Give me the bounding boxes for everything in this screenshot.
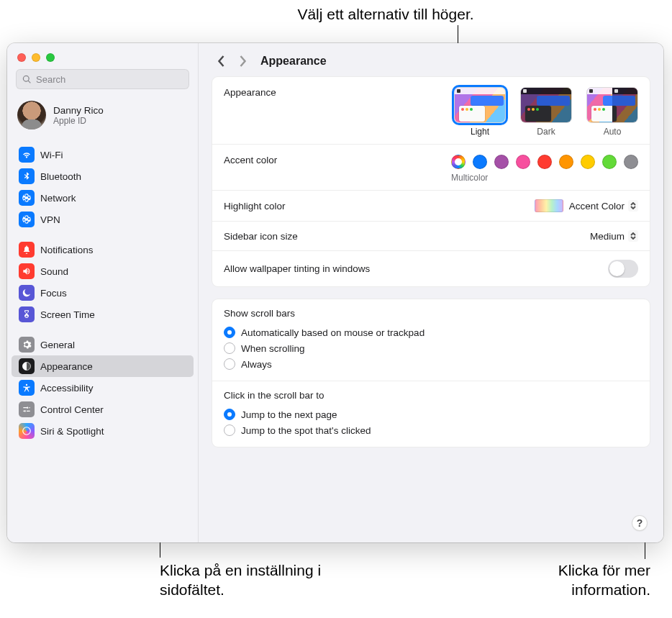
sidebar-item-appleid[interactable]: Danny Rico Apple ID <box>7 95 198 140</box>
zoom-button[interactable] <box>46 53 55 62</box>
radio-icon <box>224 327 235 338</box>
sidebar-item-label: General <box>40 340 75 350</box>
highlight-select[interactable]: Accent Color <box>569 200 638 212</box>
sidebar-scroll: Wi-FiBluetoothNetworkVPN NotificationsSo… <box>7 140 198 542</box>
minimize-button[interactable] <box>32 53 40 62</box>
scrollbars-option-label: Always <box>241 359 272 370</box>
sidebar-group-network: Wi-FiBluetoothNetworkVPN <box>7 140 198 235</box>
accent-swatch-1[interactable] <box>473 155 487 169</box>
panel-scroll: Show scroll bars Automatically based on … <box>212 299 650 447</box>
accent-swatch-7[interactable] <box>602 155 617 169</box>
accessibility-icon <box>19 380 35 396</box>
nav-back-button[interactable] <box>213 53 229 69</box>
highlight-select-value: Accent Color <box>569 201 625 212</box>
scrollbars-option-0[interactable]: Automatically based on mouse or trackpad <box>224 324 638 340</box>
window-controls <box>7 43 198 69</box>
avatar <box>17 101 46 129</box>
accent-swatch-0[interactable] <box>451 155 466 169</box>
scrollclick-option-0[interactable]: Jump to the next page <box>224 406 638 422</box>
sidebar-item-label: Network <box>40 193 76 204</box>
sidebar-item-screen-time[interactable]: Screen Time <box>12 304 194 325</box>
sidebar-item-label: Bluetooth <box>40 171 81 182</box>
user-name: Danny Rico <box>53 105 104 116</box>
globe-icon <box>19 190 35 206</box>
sliders-icon <box>19 401 35 417</box>
callout-left-line2: sidofältet. <box>160 580 321 599</box>
search-placeholder: Search <box>36 74 65 85</box>
row-tinting-label: Allow wallpaper tinting in windows <box>224 263 370 274</box>
accent-swatch-8[interactable] <box>624 155 638 169</box>
sidebar-item-vpn[interactable]: VPN <box>12 209 194 230</box>
nav-forward-button[interactable] <box>235 53 250 69</box>
callout-left: Klicka på en inställning i sidofältet. <box>160 560 321 600</box>
scrollbars-option-1[interactable]: When scrolling <box>224 340 638 356</box>
svg-point-1 <box>26 384 27 386</box>
sidebar-item-wi-fi[interactable]: Wi-Fi <box>12 144 194 165</box>
tinting-toggle[interactable] <box>608 260 638 278</box>
sidebar-item-network[interactable]: Network <box>12 187 194 209</box>
scrollclick-option-1[interactable]: Jump to the spot that's clicked <box>224 422 638 438</box>
block-scroll-click: Click in the scroll bar to Jump to the n… <box>212 381 650 447</box>
sidebar-item-label: Wi-Fi <box>40 150 63 160</box>
main-content: Appearance Appearance Light Dark <box>199 43 663 542</box>
row-appearance-label: Appearance <box>224 87 276 98</box>
sidebar-item-label: Notifications <box>40 245 94 255</box>
accent-swatch-5[interactable] <box>559 155 573 169</box>
row-accent-color: Accent color Multicolor <box>212 145 650 191</box>
gear-icon <box>19 337 35 353</box>
block-show-scrollbars: Show scroll bars Automatically based on … <box>212 299 650 381</box>
highlight-preview <box>535 199 563 212</box>
row-wallpaper-tinting: Allow wallpaper tinting in windows <box>212 251 650 286</box>
sidebar-item-label: Control Center <box>40 404 104 415</box>
radio-icon <box>224 424 235 436</box>
sidebar-item-bluetooth[interactable]: Bluetooth <box>12 165 194 187</box>
appearance-option-dark[interactable]: Dark <box>520 87 572 137</box>
sidebar-item-notifications[interactable]: Notifications <box>12 239 194 260</box>
callout-left-line1: Klicka på en inställning i <box>160 560 321 580</box>
globe-icon <box>19 212 35 227</box>
siri-icon <box>19 423 35 439</box>
page-title: Appearance <box>260 55 327 68</box>
sidebar-item-label: Accessibility <box>40 383 94 394</box>
accent-swatch-4[interactable] <box>537 155 552 169</box>
radio-icon <box>224 358 235 370</box>
sidebar-item-siri-spotlight[interactable]: Siri & Spotlight <box>12 420 194 442</box>
bell-icon <box>19 242 35 258</box>
sidebar-item-general[interactable]: General <box>12 334 194 355</box>
appearance-option-light-label: Light <box>471 127 489 137</box>
accent-swatch-6[interactable] <box>581 155 595 169</box>
settings-window: Search Danny Rico Apple ID Wi-FiBluetoot… <box>7 43 663 542</box>
sidebar-group-general: GeneralAppearanceAccessibilityControl Ce… <box>7 330 198 446</box>
sidebar-item-focus[interactable]: Focus <box>12 282 194 304</box>
sidebar-item-control-center[interactable]: Control Center <box>12 399 194 420</box>
appearance-option-light[interactable]: Light <box>454 87 506 137</box>
sidebar-size-select[interactable]: Medium <box>590 230 638 242</box>
user-sub: Apple ID <box>53 116 104 126</box>
accent-selected-name: Multicolor <box>451 173 488 183</box>
content: Appearance Light Dark <box>199 76 663 542</box>
sidebar-item-sound[interactable]: Sound <box>12 260 194 282</box>
callout-top: Välj ett alternativ till höger. <box>199 4 573 24</box>
scrollbars-title: Show scroll bars <box>224 308 638 319</box>
sidebar-item-accessibility[interactable]: Accessibility <box>12 377 194 399</box>
help-button[interactable]: ? <box>632 515 648 531</box>
scrollbars-option-2[interactable]: Always <box>224 356 638 372</box>
chevron-updown-icon <box>628 230 638 242</box>
wifi-icon <box>19 147 35 163</box>
callout-right-line1: Klicka för mer <box>558 560 650 580</box>
close-button[interactable] <box>17 53 26 62</box>
scrollclick-option-label: Jump to the spot that's clicked <box>241 425 371 436</box>
scrollbars-option-label: When scrolling <box>241 343 305 354</box>
sidebar-item-label: VPN <box>40 214 60 225</box>
speaker-icon <box>19 263 35 279</box>
search-input[interactable]: Search <box>16 69 189 89</box>
chevron-updown-icon <box>628 200 638 212</box>
appearance-option-auto[interactable]: Auto <box>586 87 638 137</box>
accent-swatch-3[interactable] <box>516 155 530 169</box>
callout-right-line2: information. <box>558 580 650 599</box>
sidebar-item-appearance[interactable]: Appearance <box>12 355 194 377</box>
sidebar-item-label: Sound <box>40 266 68 277</box>
scrollclick-title: Click in the scroll bar to <box>224 390 638 401</box>
accent-swatch-2[interactable] <box>494 155 509 169</box>
row-highlight-color: Highlight color Accent Color <box>212 191 650 222</box>
